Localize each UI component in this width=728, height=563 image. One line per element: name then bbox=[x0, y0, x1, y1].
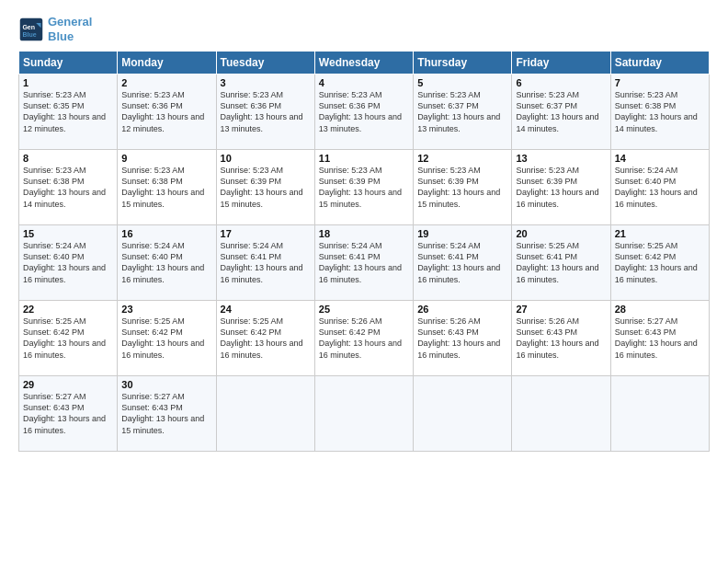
calendar: SundayMondayTuesdayWednesdayThursdayFrid… bbox=[18, 51, 710, 452]
day-number: 9 bbox=[121, 153, 211, 164]
day-detail: Sunrise: 5:24 AMSunset: 6:41 PMDaylight:… bbox=[221, 240, 311, 285]
day-cell: 30Sunrise: 5:27 AMSunset: 6:43 PMDayligh… bbox=[118, 376, 216, 452]
day-number: 7 bbox=[615, 77, 705, 88]
day-number: 12 bbox=[417, 153, 507, 164]
day-number: 21 bbox=[615, 228, 705, 239]
day-number: 11 bbox=[319, 153, 409, 164]
day-cell: 26Sunrise: 5:26 AMSunset: 6:43 PMDayligh… bbox=[414, 301, 512, 376]
day-detail: Sunrise: 5:24 AMSunset: 6:41 PMDaylight:… bbox=[417, 240, 507, 285]
day-detail: Sunrise: 5:25 AMSunset: 6:42 PMDaylight:… bbox=[615, 240, 705, 285]
day-number: 19 bbox=[417, 228, 507, 239]
day-cell: 29Sunrise: 5:27 AMSunset: 6:43 PMDayligh… bbox=[19, 376, 118, 452]
day-cell: 11Sunrise: 5:23 AMSunset: 6:39 PMDayligh… bbox=[314, 150, 413, 225]
day-cell: 10Sunrise: 5:23 AMSunset: 6:39 PMDayligh… bbox=[216, 150, 314, 225]
day-number: 26 bbox=[417, 304, 507, 315]
day-cell: 18Sunrise: 5:24 AMSunset: 6:41 PMDayligh… bbox=[314, 225, 413, 301]
logo: Gen Blue General Blue bbox=[18, 15, 92, 43]
week-row-5: 29Sunrise: 5:27 AMSunset: 6:43 PMDayligh… bbox=[19, 376, 710, 452]
day-number: 4 bbox=[319, 77, 409, 88]
day-cell: 17Sunrise: 5:24 AMSunset: 6:41 PMDayligh… bbox=[216, 225, 314, 301]
col-header-friday: Friday bbox=[512, 52, 610, 75]
day-detail: Sunrise: 5:23 AMSunset: 6:35 PMDaylight:… bbox=[23, 89, 113, 134]
day-detail: Sunrise: 5:25 AMSunset: 6:42 PMDaylight:… bbox=[221, 316, 311, 361]
day-cell bbox=[414, 376, 512, 452]
day-number: 25 bbox=[319, 304, 409, 315]
logo-icon: Gen Blue bbox=[18, 17, 44, 42]
day-number: 1 bbox=[23, 77, 113, 88]
day-detail: Sunrise: 5:24 AMSunset: 6:40 PMDaylight:… bbox=[23, 240, 113, 285]
day-number: 16 bbox=[121, 228, 211, 239]
day-number: 18 bbox=[319, 228, 409, 239]
day-number: 29 bbox=[23, 379, 113, 390]
day-cell: 4Sunrise: 5:23 AMSunset: 6:36 PMDaylight… bbox=[314, 75, 413, 150]
svg-text:Gen: Gen bbox=[22, 24, 35, 30]
day-cell: 24Sunrise: 5:25 AMSunset: 6:42 PMDayligh… bbox=[216, 301, 314, 376]
week-row-1: 1Sunrise: 5:23 AMSunset: 6:35 PMDaylight… bbox=[19, 75, 710, 150]
week-row-4: 22Sunrise: 5:25 AMSunset: 6:42 PMDayligh… bbox=[19, 301, 710, 376]
day-detail: Sunrise: 5:27 AMSunset: 6:43 PMDaylight:… bbox=[121, 391, 211, 436]
day-cell: 5Sunrise: 5:23 AMSunset: 6:37 PMDaylight… bbox=[414, 75, 512, 150]
calendar-header-row: SundayMondayTuesdayWednesdayThursdayFrid… bbox=[19, 52, 710, 75]
day-detail: Sunrise: 5:23 AMSunset: 6:36 PMDaylight:… bbox=[319, 89, 409, 134]
day-detail: Sunrise: 5:23 AMSunset: 6:38 PMDaylight:… bbox=[615, 89, 705, 134]
week-row-2: 8Sunrise: 5:23 AMSunset: 6:38 PMDaylight… bbox=[19, 150, 710, 225]
day-cell: 16Sunrise: 5:24 AMSunset: 6:40 PMDayligh… bbox=[118, 225, 216, 301]
day-detail: Sunrise: 5:24 AMSunset: 6:40 PMDaylight:… bbox=[615, 165, 705, 210]
day-cell: 19Sunrise: 5:24 AMSunset: 6:41 PMDayligh… bbox=[414, 225, 512, 301]
day-detail: Sunrise: 5:23 AMSunset: 6:39 PMDaylight:… bbox=[221, 165, 311, 210]
day-number: 2 bbox=[121, 77, 211, 88]
day-cell: 7Sunrise: 5:23 AMSunset: 6:38 PMDaylight… bbox=[610, 75, 709, 150]
day-number: 15 bbox=[23, 228, 113, 239]
col-header-saturday: Saturday bbox=[610, 52, 709, 75]
day-detail: Sunrise: 5:23 AMSunset: 6:37 PMDaylight:… bbox=[417, 89, 507, 134]
day-detail: Sunrise: 5:23 AMSunset: 6:38 PMDaylight:… bbox=[23, 165, 113, 210]
day-cell bbox=[610, 376, 709, 452]
day-cell: 23Sunrise: 5:25 AMSunset: 6:42 PMDayligh… bbox=[118, 301, 216, 376]
day-cell: 22Sunrise: 5:25 AMSunset: 6:42 PMDayligh… bbox=[19, 301, 118, 376]
day-number: 8 bbox=[23, 153, 113, 164]
day-detail: Sunrise: 5:27 AMSunset: 6:43 PMDaylight:… bbox=[23, 391, 113, 436]
day-cell bbox=[512, 376, 610, 452]
day-cell: 14Sunrise: 5:24 AMSunset: 6:40 PMDayligh… bbox=[610, 150, 709, 225]
day-number: 22 bbox=[23, 304, 113, 315]
day-cell bbox=[216, 376, 314, 452]
day-number: 17 bbox=[221, 228, 311, 239]
day-cell: 25Sunrise: 5:26 AMSunset: 6:42 PMDayligh… bbox=[314, 301, 413, 376]
day-detail: Sunrise: 5:23 AMSunset: 6:36 PMDaylight:… bbox=[221, 89, 311, 134]
day-cell: 2Sunrise: 5:23 AMSunset: 6:36 PMDaylight… bbox=[118, 75, 216, 150]
day-number: 5 bbox=[417, 77, 507, 88]
day-detail: Sunrise: 5:23 AMSunset: 6:38 PMDaylight:… bbox=[121, 165, 211, 210]
logo-text: General Blue bbox=[48, 15, 92, 43]
day-cell: 20Sunrise: 5:25 AMSunset: 6:41 PMDayligh… bbox=[512, 225, 610, 301]
day-detail: Sunrise: 5:23 AMSunset: 6:37 PMDaylight:… bbox=[516, 89, 606, 134]
day-detail: Sunrise: 5:26 AMSunset: 6:43 PMDaylight:… bbox=[417, 316, 507, 361]
day-detail: Sunrise: 5:27 AMSunset: 6:43 PMDaylight:… bbox=[615, 316, 705, 361]
day-detail: Sunrise: 5:26 AMSunset: 6:42 PMDaylight:… bbox=[319, 316, 409, 361]
day-detail: Sunrise: 5:23 AMSunset: 6:39 PMDaylight:… bbox=[417, 165, 507, 210]
day-number: 3 bbox=[221, 77, 311, 88]
day-detail: Sunrise: 5:25 AMSunset: 6:42 PMDaylight:… bbox=[23, 316, 113, 361]
day-detail: Sunrise: 5:26 AMSunset: 6:43 PMDaylight:… bbox=[516, 316, 606, 361]
day-cell bbox=[314, 376, 413, 452]
day-cell: 12Sunrise: 5:23 AMSunset: 6:39 PMDayligh… bbox=[414, 150, 512, 225]
col-header-wednesday: Wednesday bbox=[314, 52, 413, 75]
day-number: 20 bbox=[516, 228, 606, 239]
day-cell: 21Sunrise: 5:25 AMSunset: 6:42 PMDayligh… bbox=[610, 225, 709, 301]
col-header-monday: Monday bbox=[118, 52, 216, 75]
day-cell: 1Sunrise: 5:23 AMSunset: 6:35 PMDaylight… bbox=[19, 75, 118, 150]
week-row-3: 15Sunrise: 5:24 AMSunset: 6:40 PMDayligh… bbox=[19, 225, 710, 301]
day-detail: Sunrise: 5:24 AMSunset: 6:40 PMDaylight:… bbox=[121, 240, 211, 285]
day-number: 24 bbox=[221, 304, 311, 315]
day-number: 28 bbox=[615, 304, 705, 315]
svg-text:Blue: Blue bbox=[22, 30, 36, 37]
day-cell: 3Sunrise: 5:23 AMSunset: 6:36 PMDaylight… bbox=[216, 75, 314, 150]
day-number: 30 bbox=[121, 379, 211, 390]
day-cell: 28Sunrise: 5:27 AMSunset: 6:43 PMDayligh… bbox=[610, 301, 709, 376]
day-number: 6 bbox=[516, 77, 606, 88]
day-detail: Sunrise: 5:25 AMSunset: 6:41 PMDaylight:… bbox=[516, 240, 606, 285]
day-cell: 15Sunrise: 5:24 AMSunset: 6:40 PMDayligh… bbox=[19, 225, 118, 301]
col-header-sunday: Sunday bbox=[19, 52, 118, 75]
day-cell: 6Sunrise: 5:23 AMSunset: 6:37 PMDaylight… bbox=[512, 75, 610, 150]
col-header-tuesday: Tuesday bbox=[216, 52, 314, 75]
day-detail: Sunrise: 5:24 AMSunset: 6:41 PMDaylight:… bbox=[319, 240, 409, 285]
